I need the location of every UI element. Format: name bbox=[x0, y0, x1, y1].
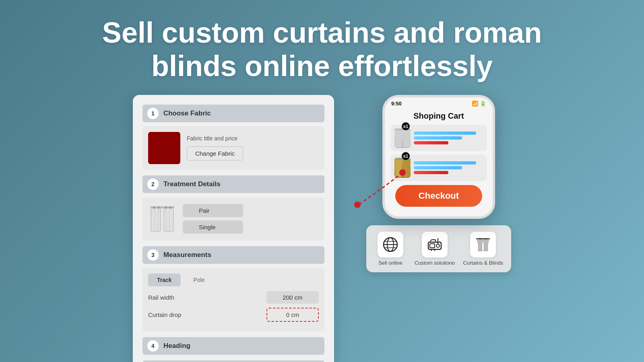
track-button[interactable]: Track bbox=[148, 274, 181, 286]
svg-rect-1 bbox=[164, 208, 173, 231]
custom-solutions-label: Custom solutiono bbox=[415, 260, 455, 266]
phone-mockup: 9:50 📶 🔋 Shoping Cart x1 bbox=[382, 95, 495, 219]
section-number-4: 4 bbox=[147, 340, 159, 352]
curtain-drop-label: Curtain drop bbox=[148, 311, 182, 318]
cart-title: Shoping Cart bbox=[390, 111, 487, 121]
section-number-2: 2 bbox=[147, 179, 159, 190]
svg-rect-11 bbox=[395, 130, 402, 147]
sell-online-label: Sell online bbox=[378, 260, 402, 266]
treatment-options: Pair Single bbox=[183, 204, 243, 234]
detail-line-1 bbox=[414, 132, 476, 135]
measurements-content: Track Pole Rail width 200 cm Curtain dro… bbox=[142, 268, 324, 331]
svg-rect-15 bbox=[403, 159, 410, 177]
rail-width-label: Rail width bbox=[148, 294, 174, 301]
phone-area: 9:50 📶 🔋 Shoping Cart x1 bbox=[366, 95, 511, 272]
section-title-4: Heading bbox=[163, 342, 190, 350]
curtain-illustration bbox=[148, 203, 176, 235]
treatment-content: Pair Single bbox=[142, 197, 324, 241]
battery-icon: 🔋 bbox=[480, 101, 486, 107]
svg-point-3 bbox=[153, 206, 155, 209]
detail-line-price-2 bbox=[414, 171, 448, 174]
sell-online-icon-circle bbox=[378, 232, 403, 257]
globe-icon bbox=[382, 237, 398, 253]
section-number-3: 3 bbox=[147, 249, 159, 261]
heading-header: 4 Heading bbox=[142, 337, 324, 355]
svg-point-33 bbox=[482, 238, 484, 240]
checkout-button[interactable]: Checkout bbox=[395, 185, 482, 207]
choose-fabric-section: 1 Choose Fabric Fabric title and price C… bbox=[142, 105, 324, 170]
phone-status-bar: 9:50 📶 🔋 bbox=[385, 97, 493, 108]
cart-badge-1: x1 bbox=[402, 122, 410, 130]
single-button[interactable]: Single bbox=[183, 220, 243, 234]
pole-button[interactable]: Pole bbox=[185, 274, 214, 286]
section-title-1: Choose Fabric bbox=[163, 109, 211, 117]
treatment-details-section: 2 Treatment Details bbox=[142, 175, 324, 241]
phone-time: 9:50 bbox=[391, 101, 402, 107]
heading-section: 4 Heading bbox=[142, 337, 324, 355]
section-header-3: 3 Measurements bbox=[142, 246, 324, 264]
svg-rect-12 bbox=[403, 130, 410, 147]
svg-point-4 bbox=[157, 206, 160, 209]
bottom-icons-panel: Sell online Custom s bbox=[366, 225, 511, 272]
svg-point-6 bbox=[169, 206, 171, 209]
cart-item-image-2 bbox=[394, 158, 411, 178]
hero-title: Sell custom curtains and roman blinds on… bbox=[102, 16, 542, 83]
phone-content: Shoping Cart x1 bbox=[385, 108, 493, 216]
measurements-section: 3 Measurements Track Pole Rail width 200… bbox=[142, 246, 324, 331]
configurator-panel: 1 Choose Fabric Fabric title and price C… bbox=[133, 95, 334, 362]
cart-item-details-1 bbox=[414, 132, 483, 144]
curtains-blinds-item[interactable]: Curtains & Blinds bbox=[463, 232, 503, 266]
detail-line-4 bbox=[414, 166, 462, 169]
fabric-info: Fabric title and price Change Fabric bbox=[187, 135, 319, 160]
hero-title-line1: Sell custom curtains and roman bbox=[102, 16, 542, 49]
sewing-machine-icon bbox=[427, 237, 443, 253]
svg-point-36 bbox=[354, 202, 361, 208]
section-title-3: Measurements bbox=[163, 251, 211, 259]
pair-button[interactable]: Pair bbox=[183, 204, 243, 217]
wifi-icon: 📶 bbox=[472, 101, 478, 107]
lining-header: 5 Lining bbox=[142, 360, 324, 362]
fabric-content: Fabric title and price Change Fabric bbox=[142, 126, 324, 170]
cart-item-details-2 bbox=[414, 161, 483, 174]
hero-title-line2: blinds online effortlessly bbox=[151, 50, 493, 82]
cart-item-2: x1 bbox=[390, 154, 487, 181]
custom-solutions-item[interactable]: Custom solutiono bbox=[415, 232, 455, 266]
rail-width-row: Rail width 200 cm bbox=[148, 291, 319, 304]
curtains-blinds-label: Curtains & Blinds bbox=[463, 260, 503, 266]
track-pole-row: Track Pole bbox=[148, 274, 319, 286]
cart-item-1: x1 bbox=[390, 125, 487, 151]
detail-line-3 bbox=[414, 161, 476, 165]
svg-point-32 bbox=[477, 238, 479, 240]
phone-status-icons: 📶 🔋 bbox=[472, 101, 486, 107]
svg-point-34 bbox=[487, 238, 489, 240]
fabric-label: Fabric title and price bbox=[187, 135, 319, 142]
content-area: 1 Choose Fabric Fabric title and price C… bbox=[0, 95, 644, 362]
section-number-1: 1 bbox=[147, 108, 159, 119]
section-header-2: 2 Treatment Details bbox=[142, 175, 324, 193]
curtain-drop-row: Curtain drop 0 cm bbox=[148, 308, 319, 322]
custom-solutions-icon-circle bbox=[422, 232, 448, 257]
change-fabric-button[interactable]: Change Fabric bbox=[187, 146, 243, 160]
svg-point-5 bbox=[165, 206, 167, 209]
svg-rect-14 bbox=[395, 159, 402, 177]
fabric-swatch bbox=[148, 132, 180, 164]
svg-rect-0 bbox=[151, 208, 161, 231]
curtains-icon bbox=[475, 237, 491, 253]
rail-width-value[interactable]: 200 cm bbox=[266, 291, 319, 304]
section-header-1: 1 Choose Fabric bbox=[142, 105, 324, 122]
section-title-2: Treatment Details bbox=[163, 180, 221, 188]
cart-badge-2: x1 bbox=[402, 152, 410, 160]
curtains-blinds-icon-circle bbox=[470, 232, 496, 257]
cart-item-image-1 bbox=[394, 128, 411, 148]
lining-section: 5 Lining bbox=[142, 360, 324, 362]
svg-point-24 bbox=[436, 244, 440, 247]
detail-line-price-1 bbox=[414, 141, 448, 144]
curtain-drop-value[interactable]: 0 cm bbox=[266, 308, 319, 322]
sell-online-item[interactable]: Sell online bbox=[374, 232, 407, 266]
svg-rect-23 bbox=[430, 244, 435, 248]
detail-line-2 bbox=[414, 136, 462, 140]
